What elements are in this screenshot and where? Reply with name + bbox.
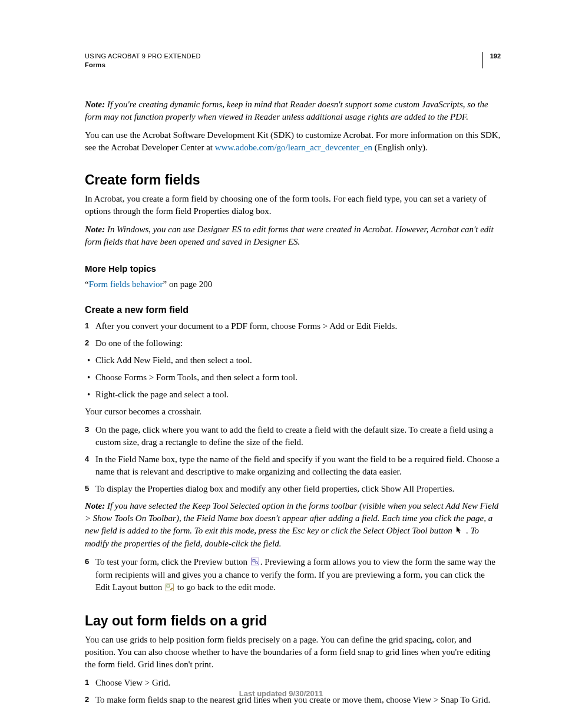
product-name: USING ACROBAT 9 PRO EXTENDED — [85, 52, 482, 61]
preview-icon — [251, 556, 259, 569]
note-label: Note: — [85, 100, 105, 109]
crosshair-note: Your cursor becomes a crosshair. — [85, 406, 501, 418]
steps-create-new-6: 6 To test your form, click the Preview b… — [85, 556, 501, 594]
step-text: On the page, click where you want to add… — [95, 424, 501, 449]
page-header: USING ACROBAT 9 PRO EXTENDED Forms 192 — [85, 52, 501, 70]
step-1: 1Choose View > Grid. — [85, 677, 501, 689]
footer-updated: Last updated 9/30/2011 — [0, 689, 562, 699]
step-text: In the Field Name box, type the name of … — [95, 453, 501, 478]
step-text: To test your form, click the Preview but… — [95, 556, 501, 594]
step-5: 5To display the Properties dialog box an… — [85, 483, 501, 495]
heading-more-help: More Help topics — [85, 262, 501, 275]
step-text: Choose View > Grid. — [95, 677, 501, 689]
steps-create-new-cont: 3On the page, click where you want to ad… — [85, 424, 501, 495]
section-name: Forms — [85, 61, 482, 70]
edit-layout-icon — [166, 582, 174, 595]
step-6: 6 To test your form, click the Preview b… — [85, 556, 501, 594]
note-text: In Windows, you can use Designer ES to e… — [85, 225, 494, 246]
quote-open: “ — [85, 279, 89, 289]
step6-post: to go back to the edit mode. — [175, 582, 276, 592]
note-label: Note: — [85, 501, 105, 510]
page-number: 192 — [482, 52, 501, 68]
create-fields-p1: In Acrobat, you create a form field by c… — [85, 193, 501, 218]
step6-pre: To test your form, click the Preview but… — [95, 557, 250, 566]
select-object-tool-icon — [455, 525, 462, 538]
grid-p1: You can use grids to help position form … — [85, 634, 501, 671]
note-label: Note: — [85, 225, 105, 234]
help-link[interactable]: Form fields behavior — [89, 279, 163, 289]
note-text: If you're creating dynamic forms, keep i… — [85, 100, 488, 121]
note-text-1: If you have selected the Keep Tool Selec… — [85, 501, 498, 535]
step-text: To display the Properties dialog box and… — [95, 483, 501, 495]
heading-layout-grid: Lay out form fields on a grid — [85, 611, 501, 630]
step2-bullets: Click Add New Field, and then select a t… — [85, 354, 501, 401]
step-3: 3On the page, click where you want to ad… — [85, 424, 501, 449]
step-2: 2Do one of the following: — [85, 337, 501, 350]
sdk-post: (English only). — [372, 143, 428, 152]
step-text: After you convert your document to a PDF… — [95, 320, 501, 332]
heading-create-form-fields: Create form fields — [85, 170, 501, 189]
step-4: 4In the Field Name box, type the name of… — [85, 453, 501, 478]
step-1: 1After you convert your document to a PD… — [85, 320, 501, 332]
step-text: Do one of the following: — [95, 337, 501, 350]
intro-note: Note: If you're creating dynamic forms, … — [85, 98, 501, 123]
list-item: Right-click the page and select a tool. — [95, 388, 501, 401]
sdk-link[interactable]: www.adobe.com/go/learn_acr_devcenter_en — [215, 143, 372, 152]
list-item: Choose Forms > Form Tools, and then sele… — [95, 371, 501, 384]
steps-create-new: 1After you convert your document to a PD… — [85, 320, 501, 350]
sdk-paragraph: You can use the Acrobat Software Develop… — [85, 129, 501, 154]
more-help-line: “Form fields behavior” on page 200 — [85, 278, 501, 291]
help-tail: ” on page 200 — [163, 279, 212, 289]
create-fields-note: Note: In Windows, you can use Designer E… — [85, 223, 501, 248]
list-item: Click Add New Field, and then select a t… — [95, 354, 501, 367]
header-left: USING ACROBAT 9 PRO EXTENDED Forms — [85, 52, 482, 70]
keep-tool-note: Note: If you have selected the Keep Tool… — [85, 500, 501, 550]
heading-create-new-field: Create a new form field — [85, 304, 501, 317]
